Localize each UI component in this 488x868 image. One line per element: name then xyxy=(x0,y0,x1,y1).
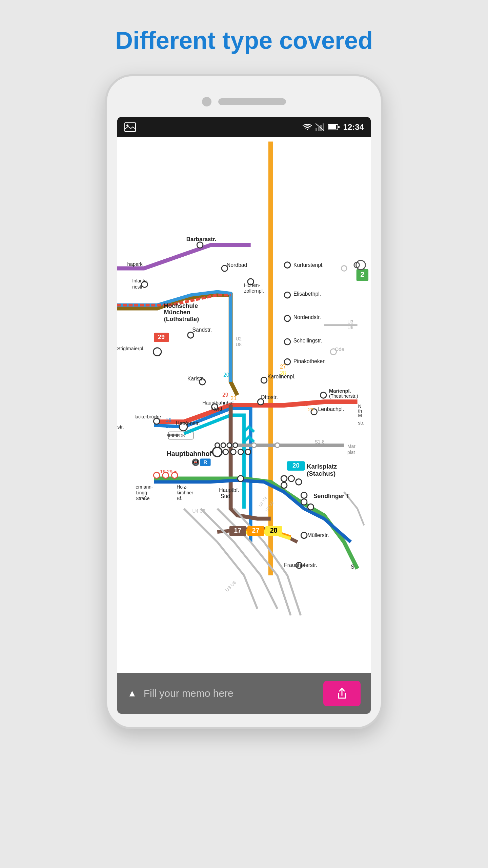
svg-text:21: 21 xyxy=(231,395,237,401)
svg-text:R: R xyxy=(204,459,207,465)
svg-text:27: 27 xyxy=(280,364,286,370)
svg-point-20 xyxy=(153,348,161,356)
memo-section[interactable]: ▲ Fill your memo here xyxy=(127,688,233,699)
svg-text:Lenbachpl.: Lenbachpl. xyxy=(318,406,344,412)
svg-text:Karlstr.: Karlstr. xyxy=(187,376,204,381)
svg-text:28: 28 xyxy=(280,371,286,376)
svg-text:Hochschule: Hochschule xyxy=(164,302,198,309)
phone-screen: 12:34 xyxy=(117,117,371,714)
svg-point-145 xyxy=(233,443,238,448)
svg-text:M: M xyxy=(358,413,362,418)
svg-text:Karlsplatz: Karlsplatz xyxy=(307,463,337,470)
svg-point-43 xyxy=(308,504,314,510)
svg-text:Sendlinger T: Sendlinger T xyxy=(313,493,350,499)
svg-text:Nordbad: Nordbad xyxy=(227,262,247,268)
svg-point-39 xyxy=(281,482,287,489)
svg-text:17: 17 xyxy=(234,527,241,534)
transit-map: Barbarastr. Nordbad Hohen- zollernpl. Ku… xyxy=(117,137,371,673)
battery-icon xyxy=(328,124,340,131)
svg-text:plat: plat xyxy=(347,450,355,455)
map-svg: Barbarastr. Nordbad Hohen- zollernpl. Ku… xyxy=(117,137,371,673)
phone-frame: 12:34 xyxy=(105,74,383,729)
svg-point-11 xyxy=(197,242,203,248)
svg-text:Holz-: Holz- xyxy=(177,485,187,490)
svg-text:str.: str. xyxy=(358,420,364,426)
svg-point-34 xyxy=(245,449,251,455)
svg-text:Nordendstr.: Nordendstr. xyxy=(293,314,321,320)
svg-point-49 xyxy=(154,472,160,478)
svg-text:Straße: Straße xyxy=(136,496,150,501)
svg-point-35 xyxy=(238,476,244,482)
svg-text:Nord: Nord xyxy=(211,406,222,412)
svg-point-41 xyxy=(275,443,280,448)
svg-text:19: 19 xyxy=(303,401,308,407)
svg-text:Kurfürstenpl.: Kurfürstenpl. xyxy=(293,262,324,268)
svg-text:München: München xyxy=(164,309,190,316)
svg-point-21 xyxy=(188,332,194,338)
svg-text:Pinakotheken: Pinakotheken xyxy=(293,358,326,364)
time-display: 12:34 xyxy=(343,122,364,132)
svg-rect-2 xyxy=(316,128,317,131)
svg-text:Hohen-: Hohen- xyxy=(244,282,260,288)
share-button[interactable] xyxy=(323,681,361,706)
svg-point-44 xyxy=(301,492,307,498)
svg-point-36 xyxy=(281,476,287,482)
svg-text:Infante-: Infante- xyxy=(132,278,148,283)
svg-text:U4 U5: U4 U5 xyxy=(192,509,205,514)
svg-text:U3: U3 xyxy=(347,319,353,324)
svg-text:Ottostr.: Ottostr. xyxy=(261,394,278,400)
svg-text:Hauptbf.: Hauptbf. xyxy=(219,487,239,493)
svg-text:ermann-: ermann- xyxy=(136,485,153,490)
svg-text:19 29 ●: 19 29 ● xyxy=(160,469,177,474)
svg-point-25 xyxy=(320,392,326,398)
svg-text:17: 17 xyxy=(166,423,171,429)
svg-text:27: 27 xyxy=(252,527,260,534)
svg-text:Ode: Ode xyxy=(335,347,344,352)
svg-text:Stiglmaierpl.: Stiglmaierpl. xyxy=(117,346,145,351)
svg-rect-3 xyxy=(318,127,320,131)
image-icon xyxy=(124,122,136,132)
svg-text:Marienpl.: Marienpl. xyxy=(329,388,351,394)
svg-point-45 xyxy=(301,532,307,538)
svg-point-138 xyxy=(167,434,171,437)
svg-text:N: N xyxy=(358,404,362,409)
svg-point-18 xyxy=(284,339,290,345)
wifi-icon xyxy=(303,123,312,131)
svg-point-144 xyxy=(227,443,232,448)
svg-point-42 xyxy=(301,499,307,505)
svg-text:Hopfenstr.: Hopfenstr. xyxy=(176,420,200,426)
svg-rect-0 xyxy=(125,123,136,132)
svg-text:(Lothstraße): (Lothstraße) xyxy=(164,316,199,322)
svg-text:Fraunhoferstr.: Fraunhoferstr. xyxy=(284,563,317,568)
svg-point-31 xyxy=(223,449,228,455)
status-bar-right: 12:34 xyxy=(303,122,364,132)
phone-top xyxy=(117,86,371,117)
svg-point-40 xyxy=(252,443,257,448)
svg-point-38 xyxy=(296,479,302,485)
svg-text:Mar: Mar xyxy=(347,444,355,449)
svg-rect-8 xyxy=(328,125,336,129)
svg-text:U2: U2 xyxy=(236,336,242,341)
svg-text:S1-8: S1-8 xyxy=(315,439,325,445)
svg-text:U8: U8 xyxy=(236,342,242,347)
svg-text:16: 16 xyxy=(166,417,171,423)
svg-text:Müllerstr.: Müllerstr. xyxy=(307,532,329,538)
svg-text:21: 21 xyxy=(308,407,313,412)
svg-text:riestr.: riestr. xyxy=(132,284,144,290)
svg-point-143 xyxy=(221,443,226,448)
memo-placeholder-text[interactable]: Fill your memo here xyxy=(144,688,233,699)
svg-text:Barbarastr.: Barbarastr. xyxy=(186,236,216,242)
svg-point-140 xyxy=(175,434,179,437)
arrow-up-icon: ▲ xyxy=(127,688,137,699)
svg-point-142 xyxy=(215,443,220,448)
svg-point-16 xyxy=(284,292,290,298)
bottom-bar: ▲ Fill your memo here xyxy=(117,673,371,714)
svg-text:kirchner: kirchner xyxy=(177,490,193,495)
svg-point-14 xyxy=(284,262,290,268)
svg-text:Sandstr.: Sandstr. xyxy=(192,327,212,333)
svg-text:zollernpl.: zollernpl. xyxy=(244,289,264,294)
svg-text:(Theatinerstr.): (Theatinerstr.) xyxy=(329,394,358,399)
svg-point-30 xyxy=(212,447,222,457)
svg-rect-9 xyxy=(338,126,340,128)
svg-point-22 xyxy=(261,377,267,383)
